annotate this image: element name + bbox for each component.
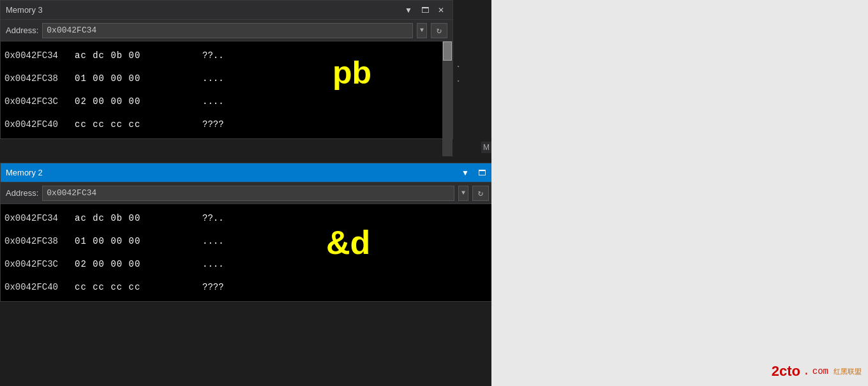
table-row: 0x0042FC38 01 00 00 00 ....: [4, 67, 449, 90]
mem-chars: ??..: [202, 213, 241, 223]
watermark-subtitle: 红黑联盟: [834, 367, 862, 376]
address-input-2[interactable]: [42, 186, 454, 201]
watermark-com: com: [812, 366, 828, 376]
memory-content-2: 0x0042FC34 ac dc 0b 00 ??.. 0x0042FC38 0…: [1, 204, 494, 301]
scrollbar-thumb-3[interactable]: [443, 41, 452, 61]
window3-title: Memory 3: [6, 5, 401, 15]
mem-chars: ??..: [202, 50, 241, 61]
mem-bytes: cc cc cc cc: [75, 119, 202, 130]
title-bar-3: Memory 3 ▼ 🗖 ✕: [1, 1, 453, 20]
mem-bytes: ac dc 0b 00: [75, 213, 202, 223]
title-bar-controls-3: ▼ 🗖 ✕: [401, 4, 447, 16]
watermark-subtitle-block: 红黑联盟: [834, 367, 862, 376]
dropdown-btn-2[interactable]: ▼: [458, 167, 472, 179]
mem-addr: 0x0042FC34: [4, 50, 75, 61]
mem-bytes: 01 00 00 00: [75, 73, 202, 84]
table-row: 0x0042FC34 ac dc 0b 00 ??..: [4, 207, 490, 230]
table-row: 0x0042FC40 cc cc cc cc ????: [4, 276, 490, 299]
table-row: 0x0042FC34 ac dc 0b 00 ??..: [4, 44, 449, 67]
table-row: 0x0042FC3C 02 00 00 00 ....: [4, 90, 449, 113]
table-row: 0x0042FC40 cc cc cc cc ????: [4, 113, 449, 136]
address-dropdown-2[interactable]: ▼: [458, 186, 468, 201]
table-row: 0x0042FC38 01 00 00 00 ....: [4, 230, 490, 253]
mem-addr: 0x0042FC40: [4, 119, 75, 130]
address-label-3: Address:: [6, 26, 38, 35]
title-bar-controls-2: ▼ 🗖: [458, 167, 489, 179]
mem-bytes: 01 00 00 00: [75, 236, 202, 246]
refresh-btn-2[interactable]: ↻: [472, 186, 489, 201]
table-row: 0x0042FC3C 02 00 00 00 ....: [4, 253, 490, 276]
scrollbar-3[interactable]: [442, 41, 453, 156]
watermark-dot: .: [803, 365, 810, 378]
refresh-btn-3[interactable]: ↻: [431, 23, 447, 38]
mem-addr: 0x0042FC40: [4, 282, 75, 292]
mem-chars: ....: [202, 73, 241, 84]
address-input-3[interactable]: [42, 23, 413, 38]
handle-dots-3: · ·: [453, 64, 463, 85]
side-panel-label: M: [481, 142, 491, 153]
memory-window-3: Memory 3 ▼ 🗖 ✕ Address: ▼ ↻ 0x0042FC34 a…: [0, 0, 453, 139]
mem-chars: ????: [202, 282, 241, 292]
mem-addr: 0x0042FC3C: [4, 96, 75, 107]
maximize-btn-2[interactable]: 🗖: [475, 167, 489, 179]
mem-chars: ....: [202, 236, 241, 246]
mem-addr: 0x0042FC3C: [4, 259, 75, 269]
mem-addr: 0x0042FC38: [4, 236, 75, 246]
close-btn-3[interactable]: ✕: [435, 4, 447, 16]
address-label-2: Address:: [6, 188, 38, 198]
mem-bytes: 02 00 00 00: [75, 96, 202, 107]
watermark-brand: 2cto: [772, 363, 800, 380]
mem-addr: 0x0042FC38: [4, 73, 75, 84]
address-bar-3: Address: ▼ ↻: [1, 20, 453, 41]
dropdown-btn-3[interactable]: ▼: [401, 4, 415, 16]
maximize-btn-3[interactable]: 🗖: [418, 4, 432, 16]
title-bar-2: Memory 2 ▼ 🗖: [1, 163, 494, 182]
address-dropdown-3[interactable]: ▼: [417, 23, 427, 38]
mem-addr: 0x0042FC34: [4, 213, 75, 223]
mem-bytes: 02 00 00 00: [75, 259, 202, 269]
window2-title: Memory 2: [6, 168, 458, 177]
mem-bytes: cc cc cc cc: [75, 282, 202, 292]
mem-chars: ????: [202, 119, 241, 130]
mem-chars: ....: [202, 96, 241, 107]
mem-chars: ....: [202, 259, 241, 269]
mem-bytes: ac dc 0b 00: [75, 50, 202, 61]
memory-content-3: 0x0042FC34 ac dc 0b 00 ??.. 0x0042FC38 0…: [1, 41, 453, 138]
address-bar-2: Address: ▼ ↻: [1, 182, 494, 204]
memory-window-2: Memory 2 ▼ 🗖 Address: ▼ ↻ 0x0042FC34 ac …: [0, 163, 495, 302]
right-panel: [491, 0, 868, 386]
watermark: 2cto . com 红黑联盟: [772, 363, 862, 380]
